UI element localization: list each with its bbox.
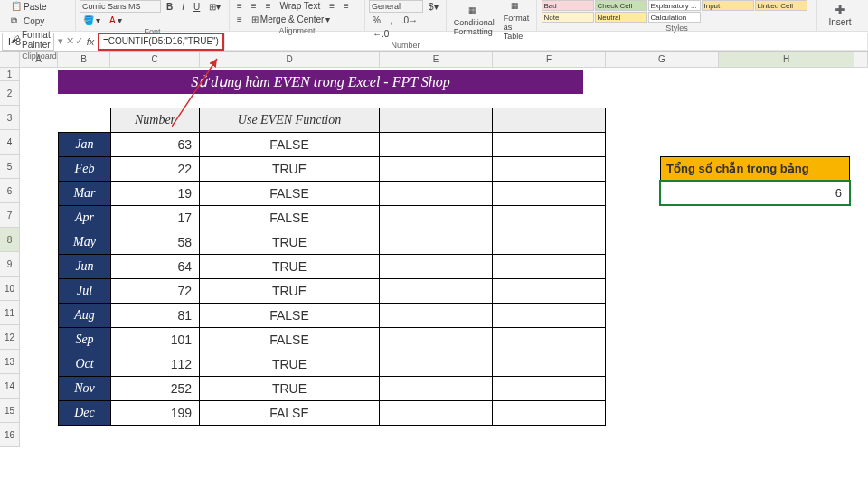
cell-styles-gallery[interactable]: BadCheck CellExplanatory ...InputLinked … — [542, 0, 813, 23]
number-cell[interactable]: 101 — [111, 328, 200, 352]
cell[interactable] — [606, 325, 719, 350]
cell-style-option[interactable]: Explanatory ... — [648, 0, 701, 11]
blank-cell[interactable] — [380, 279, 493, 304]
cell[interactable] — [20, 350, 58, 374]
cell[interactable] — [58, 423, 110, 447]
cell[interactable] — [719, 252, 854, 277]
cell[interactable] — [854, 252, 868, 277]
blank-cell[interactable] — [493, 328, 606, 352]
month-cell[interactable]: Jul — [59, 279, 111, 304]
number-cell[interactable]: 19 — [111, 182, 200, 206]
formula-input-rest[interactable] — [224, 33, 868, 51]
align-right-button[interactable]: ≡ — [233, 14, 246, 25]
month-cell[interactable]: Apr — [59, 206, 111, 230]
month-cell[interactable]: Jan — [59, 133, 111, 157]
blank-cell[interactable] — [380, 401, 493, 426]
even-result-cell[interactable]: FALSE — [200, 182, 380, 206]
row-header[interactable]: 10 — [0, 277, 20, 301]
row-header[interactable]: 13 — [0, 350, 20, 374]
month-cell[interactable]: Jun — [59, 255, 111, 279]
even-result-cell[interactable]: TRUE — [200, 230, 380, 255]
blank-cell[interactable] — [380, 182, 493, 206]
cell[interactable] — [854, 68, 868, 81]
row-header[interactable]: 3 — [0, 106, 20, 130]
cell[interactable] — [606, 277, 719, 301]
even-result-cell[interactable]: FALSE — [200, 304, 380, 328]
cell[interactable] — [20, 81, 58, 106]
cell[interactable] — [606, 68, 719, 81]
cell-style-option[interactable]: Neutral — [595, 12, 647, 23]
cell-style-option[interactable]: Note — [542, 12, 594, 23]
cell[interactable] — [719, 301, 854, 325]
format-as-table-button[interactable]: ▦Format as Table — [500, 0, 533, 42]
number-format-select[interactable]: General — [369, 0, 423, 13]
cell[interactable] — [719, 277, 854, 301]
font-name-select[interactable]: Comic Sans MS — [80, 0, 161, 13]
blank-cell[interactable] — [493, 133, 606, 157]
number-cell[interactable]: 199 — [111, 401, 200, 426]
cell[interactable] — [854, 399, 868, 423]
cell[interactable] — [854, 374, 868, 399]
column-header[interactable]: H — [719, 52, 854, 68]
blank-cell[interactable] — [380, 133, 493, 157]
column-header[interactable]: E — [380, 52, 493, 68]
cell[interactable] — [606, 350, 719, 374]
cell[interactable] — [493, 423, 606, 447]
fx-icon[interactable]: fx — [83, 36, 98, 47]
row-header[interactable]: 12 — [0, 325, 20, 350]
enter-formula-icon[interactable]: ✓ — [74, 35, 83, 47]
cell[interactable] — [606, 399, 719, 423]
month-cell[interactable]: Oct — [59, 352, 111, 377]
row-header[interactable]: 2 — [0, 81, 20, 106]
cell[interactable] — [854, 155, 868, 179]
row-header[interactable]: 1 — [0, 68, 20, 81]
cell[interactable] — [20, 68, 58, 81]
format-painter-button[interactable]: 🖌Format Painter — [7, 29, 71, 51]
row-header[interactable]: 16 — [0, 423, 20, 447]
blank-cell[interactable] — [493, 377, 606, 401]
cell-style-option[interactable]: Check Cell — [595, 0, 647, 11]
align-top-button[interactable]: ≡ — [233, 0, 246, 12]
blank-cell[interactable] — [493, 279, 606, 304]
cell[interactable] — [606, 374, 719, 399]
month-cell[interactable]: Sep — [59, 328, 111, 352]
cell[interactable] — [854, 203, 868, 228]
wrap-text-button[interactable]: Wrap Text — [277, 0, 325, 12]
border-button[interactable]: ⊞▾ — [205, 1, 224, 13]
number-cell[interactable]: 58 — [111, 230, 200, 255]
cell[interactable] — [606, 252, 719, 277]
cell[interactable] — [20, 155, 58, 179]
blank-cell[interactable] — [493, 352, 606, 377]
paste-button[interactable]: 📋Paste — [7, 0, 51, 13]
increase-decimal-button[interactable]: .0→ — [398, 14, 421, 26]
row-header[interactable]: 15 — [0, 399, 20, 423]
cell[interactable] — [380, 423, 493, 447]
cell[interactable] — [719, 68, 854, 81]
even-result-cell[interactable]: TRUE — [200, 255, 380, 279]
month-cell[interactable]: Mar — [59, 182, 111, 206]
cell-style-option[interactable]: Calculation — [648, 12, 701, 23]
even-result-cell[interactable]: TRUE — [200, 352, 380, 377]
cell[interactable] — [854, 350, 868, 374]
cell[interactable] — [719, 374, 854, 399]
cell[interactable] — [854, 130, 868, 155]
percent-button[interactable]: % — [369, 14, 384, 26]
italic-button[interactable]: I — [178, 1, 188, 13]
month-cell[interactable]: Dec — [59, 401, 111, 426]
number-cell[interactable]: 63 — [111, 133, 200, 157]
blank-cell[interactable] — [493, 182, 606, 206]
cell[interactable] — [719, 228, 854, 252]
cell[interactable] — [854, 277, 868, 301]
number-cell[interactable]: 64 — [111, 255, 200, 279]
underline-button[interactable]: U — [190, 1, 203, 13]
blank-cell[interactable] — [380, 328, 493, 352]
column-header[interactable]: F — [493, 52, 606, 68]
cell[interactable] — [854, 106, 868, 130]
comma-button[interactable]: , — [386, 14, 396, 26]
cell[interactable] — [20, 228, 58, 252]
blank-cell[interactable] — [493, 304, 606, 328]
cell[interactable] — [719, 106, 854, 130]
row-header[interactable]: 9 — [0, 252, 20, 277]
row-header[interactable]: 5 — [0, 155, 20, 179]
cell[interactable] — [20, 130, 58, 155]
